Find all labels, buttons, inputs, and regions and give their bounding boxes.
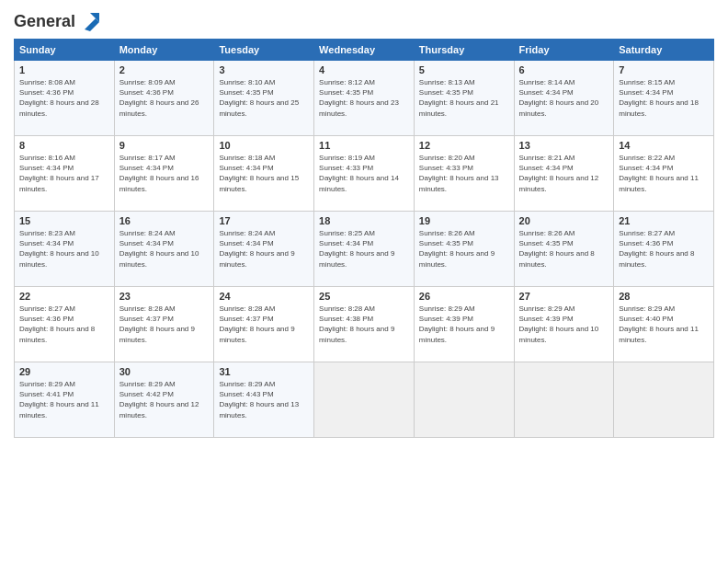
day-number: 22 <box>19 291 109 302</box>
calendar-cell <box>514 362 614 438</box>
day-info: Sunrise: 8:22 AMSunset: 4:34 PMDaylight:… <box>619 153 709 194</box>
calendar-cell: 28Sunrise: 8:29 AMSunset: 4:40 PMDayligh… <box>614 287 714 362</box>
calendar-cell: 7Sunrise: 8:15 AMSunset: 4:34 PMDaylight… <box>614 61 714 136</box>
calendar-cell: 1Sunrise: 8:08 AMSunset: 4:36 PMDaylight… <box>15 61 115 136</box>
day-number: 7 <box>619 64 709 75</box>
day-number: 8 <box>19 140 109 151</box>
header-cell-friday: Friday <box>514 40 614 61</box>
calendar-cell: 23Sunrise: 8:28 AMSunset: 4:37 PMDayligh… <box>114 287 214 362</box>
day-number: 9 <box>119 140 210 151</box>
day-info: Sunrise: 8:27 AMSunset: 4:36 PMDaylight:… <box>619 228 709 270</box>
calendar-cell: 11Sunrise: 8:19 AMSunset: 4:33 PMDayligh… <box>314 136 415 212</box>
day-number: 6 <box>519 64 609 75</box>
day-info: Sunrise: 8:26 AMSunset: 4:35 PMDaylight:… <box>419 228 509 270</box>
day-info: Sunrise: 8:09 AMSunset: 4:36 PMDaylight:… <box>119 77 210 119</box>
day-number: 11 <box>319 140 409 151</box>
day-number: 4 <box>319 64 409 75</box>
day-number: 16 <box>119 215 210 226</box>
calendar-cell: 25Sunrise: 8:28 AMSunset: 4:38 PMDayligh… <box>314 287 415 362</box>
day-number: 23 <box>119 291 210 302</box>
day-number: 3 <box>219 64 309 75</box>
calendar-cell: 9Sunrise: 8:17 AMSunset: 4:34 PMDaylight… <box>114 136 214 212</box>
day-info: Sunrise: 8:29 AMSunset: 4:39 PMDaylight:… <box>419 304 509 345</box>
day-number: 25 <box>319 291 409 302</box>
day-number: 19 <box>419 215 509 226</box>
day-info: Sunrise: 8:23 AMSunset: 4:34 PMDaylight:… <box>19 228 109 270</box>
day-info: Sunrise: 8:10 AMSunset: 4:35 PMDaylight:… <box>219 77 309 119</box>
day-number: 18 <box>319 215 409 226</box>
day-info: Sunrise: 8:28 AMSunset: 4:37 PMDaylight:… <box>219 304 309 345</box>
calendar-cell: 6Sunrise: 8:14 AMSunset: 4:34 PMDaylight… <box>514 61 614 136</box>
header-cell-wednesday: Wednesday <box>314 40 415 61</box>
week-row-1: 8Sunrise: 8:16 AMSunset: 4:34 PMDaylight… <box>15 136 714 212</box>
logo: General <box>14 9 101 31</box>
day-number: 1 <box>19 64 109 75</box>
calendar-cell: 17Sunrise: 8:24 AMSunset: 4:34 PMDayligh… <box>214 212 314 287</box>
calendar-cell: 16Sunrise: 8:24 AMSunset: 4:34 PMDayligh… <box>114 212 214 287</box>
calendar-cell <box>614 362 714 438</box>
day-info: Sunrise: 8:29 AMSunset: 4:39 PMDaylight:… <box>519 304 609 345</box>
calendar-cell: 31Sunrise: 8:29 AMSunset: 4:43 PMDayligh… <box>214 362 314 438</box>
header-cell-saturday: Saturday <box>614 40 714 61</box>
calendar-cell <box>314 362 415 438</box>
day-number: 2 <box>119 64 210 75</box>
day-info: Sunrise: 8:28 AMSunset: 4:37 PMDaylight:… <box>119 304 210 345</box>
calendar-table: SundayMondayTuesdayWednesdayThursdayFrid… <box>14 39 714 438</box>
day-info: Sunrise: 8:29 AMSunset: 4:41 PMDaylight:… <box>19 379 109 420</box>
calendar-cell: 24Sunrise: 8:28 AMSunset: 4:37 PMDayligh… <box>214 287 314 362</box>
day-number: 14 <box>619 140 709 151</box>
header-cell-thursday: Thursday <box>414 40 514 61</box>
day-info: Sunrise: 8:17 AMSunset: 4:34 PMDaylight:… <box>119 153 210 194</box>
header-cell-sunday: Sunday <box>15 40 115 61</box>
header-row: SundayMondayTuesdayWednesdayThursdayFrid… <box>15 40 714 61</box>
day-info: Sunrise: 8:28 AMSunset: 4:38 PMDaylight:… <box>319 304 409 345</box>
calendar-cell: 5Sunrise: 8:13 AMSunset: 4:35 PMDaylight… <box>414 61 514 136</box>
day-number: 10 <box>219 140 309 151</box>
day-number: 21 <box>619 215 709 226</box>
calendar-page: General SundayMondayTuesdayWednesdayThur… <box>0 0 728 563</box>
day-info: Sunrise: 8:29 AMSunset: 4:42 PMDaylight:… <box>119 379 210 420</box>
day-info: Sunrise: 8:24 AMSunset: 4:34 PMDaylight:… <box>219 228 309 270</box>
logo-text-general: General <box>14 12 75 31</box>
day-number: 15 <box>19 215 109 226</box>
calendar-cell: 2Sunrise: 8:09 AMSunset: 4:36 PMDaylight… <box>114 61 214 136</box>
calendar-cell: 14Sunrise: 8:22 AMSunset: 4:34 PMDayligh… <box>614 136 714 212</box>
day-number: 20 <box>519 215 609 226</box>
day-info: Sunrise: 8:15 AMSunset: 4:34 PMDaylight:… <box>619 77 709 119</box>
calendar-cell: 4Sunrise: 8:12 AMSunset: 4:35 PMDaylight… <box>314 61 415 136</box>
week-row-4: 29Sunrise: 8:29 AMSunset: 4:41 PMDayligh… <box>15 362 714 438</box>
calendar-cell: 3Sunrise: 8:10 AMSunset: 4:35 PMDaylight… <box>214 61 314 136</box>
day-number: 13 <box>519 140 609 151</box>
day-info: Sunrise: 8:26 AMSunset: 4:35 PMDaylight:… <box>519 228 609 270</box>
day-info: Sunrise: 8:08 AMSunset: 4:36 PMDaylight:… <box>19 77 109 119</box>
day-info: Sunrise: 8:19 AMSunset: 4:33 PMDaylight:… <box>319 153 409 194</box>
day-info: Sunrise: 8:12 AMSunset: 4:35 PMDaylight:… <box>319 77 409 119</box>
calendar-cell: 19Sunrise: 8:26 AMSunset: 4:35 PMDayligh… <box>414 212 514 287</box>
day-info: Sunrise: 8:21 AMSunset: 4:34 PMDaylight:… <box>519 153 609 194</box>
calendar-cell: 18Sunrise: 8:25 AMSunset: 4:34 PMDayligh… <box>314 212 415 287</box>
day-number: 31 <box>219 366 309 377</box>
day-number: 17 <box>219 215 309 226</box>
week-row-0: 1Sunrise: 8:08 AMSunset: 4:36 PMDaylight… <box>15 61 714 136</box>
day-info: Sunrise: 8:29 AMSunset: 4:43 PMDaylight:… <box>219 379 309 420</box>
logo-icon <box>77 9 101 33</box>
day-number: 29 <box>19 366 109 377</box>
header-cell-tuesday: Tuesday <box>214 40 314 61</box>
calendar-cell: 8Sunrise: 8:16 AMSunset: 4:34 PMDaylight… <box>15 136 115 212</box>
calendar-cell: 29Sunrise: 8:29 AMSunset: 4:41 PMDayligh… <box>15 362 115 438</box>
calendar-cell: 15Sunrise: 8:23 AMSunset: 4:34 PMDayligh… <box>15 212 115 287</box>
week-row-2: 15Sunrise: 8:23 AMSunset: 4:34 PMDayligh… <box>15 212 714 287</box>
calendar-cell: 10Sunrise: 8:18 AMSunset: 4:34 PMDayligh… <box>214 136 314 212</box>
day-info: Sunrise: 8:16 AMSunset: 4:34 PMDaylight:… <box>19 153 109 194</box>
day-number: 30 <box>119 366 210 377</box>
day-number: 26 <box>419 291 509 302</box>
calendar-cell: 20Sunrise: 8:26 AMSunset: 4:35 PMDayligh… <box>514 212 614 287</box>
header-cell-monday: Monday <box>114 40 214 61</box>
day-number: 24 <box>219 291 309 302</box>
day-number: 28 <box>619 291 709 302</box>
day-info: Sunrise: 8:18 AMSunset: 4:34 PMDaylight:… <box>219 153 309 194</box>
header: General <box>14 9 714 31</box>
day-info: Sunrise: 8:24 AMSunset: 4:34 PMDaylight:… <box>119 228 210 270</box>
calendar-cell: 13Sunrise: 8:21 AMSunset: 4:34 PMDayligh… <box>514 136 614 212</box>
day-number: 27 <box>519 291 609 302</box>
